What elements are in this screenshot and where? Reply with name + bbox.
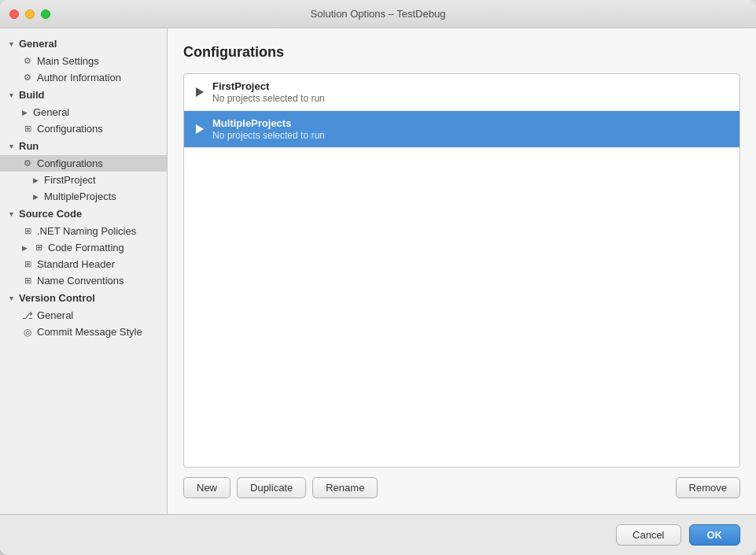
panel-title: Configurations xyxy=(183,44,740,61)
ok-button[interactable]: OK xyxy=(689,524,741,546)
arrow-icon: ▶ xyxy=(33,193,41,201)
sidebar-item-commit-message-style-label: Commit Message Style xyxy=(37,326,142,338)
close-button[interactable] xyxy=(9,9,19,19)
arrow-icon: ▶ xyxy=(22,244,30,252)
config-text-multiple-projects: MultipleProjects No projects selected to… xyxy=(212,117,325,141)
config-item-first-project[interactable]: FirstProject No projects selected to run xyxy=(184,74,739,111)
minimize-button[interactable] xyxy=(25,9,35,19)
new-button[interactable]: New xyxy=(183,477,230,498)
sidebar-item-net-naming-label: .NET Naming Policies xyxy=(37,225,136,237)
play-icon-selected xyxy=(194,123,206,135)
sidebar-item-build-configurations[interactable]: Configurations xyxy=(0,120,167,137)
sidebar-item-vc-general[interactable]: ⎇ General xyxy=(0,307,167,324)
sidebar-item-author-information[interactable]: Author Information xyxy=(0,69,167,86)
chevron-down-icon: ▾ xyxy=(6,294,16,303)
chevron-down-icon: ▾ xyxy=(6,91,16,100)
content-area: ▾ General Main Settings Author Informati… xyxy=(0,28,756,514)
footer: Cancel OK xyxy=(0,514,756,555)
chevron-down-icon: ▾ xyxy=(6,209,16,219)
action-buttons: New Duplicate Rename Remove xyxy=(183,477,740,498)
grid-icon xyxy=(22,226,33,237)
sidebar-item-build-configurations-label: Configurations xyxy=(37,123,103,135)
config-item-multiple-projects[interactable]: MultipleProjects No projects selected to… xyxy=(184,111,739,148)
sidebar-section-version-control-label: Version Control xyxy=(19,292,95,304)
titlebar: Solution Options – TestDebug xyxy=(0,0,756,28)
sidebar-item-first-project-label: FirstProject xyxy=(44,174,96,186)
sidebar-item-code-formatting[interactable]: ▶ Code Formatting xyxy=(0,239,167,256)
sidebar-item-author-information-label: Author Information xyxy=(37,72,121,83)
maximize-button[interactable] xyxy=(41,9,50,19)
sidebar-item-first-project[interactable]: ▶ FirstProject xyxy=(0,172,167,188)
chevron-down-icon: ▾ xyxy=(6,39,16,49)
sidebar-section-source-code[interactable]: ▾ Source Code xyxy=(0,205,167,223)
sidebar-item-standard-header[interactable]: Standard Header xyxy=(0,256,167,272)
sidebar-item-vc-general-label: General xyxy=(37,309,73,321)
window-title: Solution Options – TestDebug xyxy=(311,8,446,20)
branch-icon: ⎇ xyxy=(22,310,33,321)
gear-icon xyxy=(22,72,33,83)
sidebar-item-multiple-projects-label: MultipleProjects xyxy=(44,191,116,202)
sidebar-section-build-label: Build xyxy=(19,89,45,101)
main-window: Solution Options – TestDebug ▾ General M… xyxy=(0,0,756,555)
main-panel: Configurations FirstProject No projects … xyxy=(168,28,756,514)
chevron-down-icon: ▾ xyxy=(6,142,16,151)
sidebar-item-run-configurations-label: Configurations xyxy=(37,157,103,169)
sidebar-item-build-general-label: General xyxy=(33,106,69,118)
commit-icon: ◎ xyxy=(22,327,33,338)
config-sub-multiple-projects: No projects selected to run xyxy=(212,130,325,141)
grid-icon xyxy=(22,124,33,135)
sidebar-section-run[interactable]: ▾ Run xyxy=(0,137,167,155)
sidebar-item-multiple-projects[interactable]: ▶ MultipleProjects xyxy=(0,188,167,205)
gear-icon xyxy=(22,158,33,169)
sidebar-section-build[interactable]: ▾ Build xyxy=(0,86,167,104)
duplicate-button[interactable]: Duplicate xyxy=(237,477,306,498)
config-sub-first-project: No projects selected to run xyxy=(212,93,325,104)
config-text-first-project: FirstProject No projects selected to run xyxy=(212,80,325,104)
sidebar-section-version-control[interactable]: ▾ Version Control xyxy=(0,289,167,307)
sidebar-item-main-settings[interactable]: Main Settings xyxy=(0,53,167,69)
sidebar-item-name-conventions[interactable]: Name Conventions xyxy=(0,272,167,289)
sidebar-section-general-label: General xyxy=(19,38,57,50)
config-name-first-project: FirstProject xyxy=(212,80,325,92)
config-list: FirstProject No projects selected to run… xyxy=(183,73,740,468)
rename-button[interactable]: Rename xyxy=(312,477,378,498)
traffic-lights xyxy=(9,9,50,19)
grid-icon xyxy=(22,259,33,270)
sidebar-item-name-conventions-label: Name Conventions xyxy=(37,275,124,287)
config-name-multiple-projects: MultipleProjects xyxy=(212,117,325,129)
sidebar: ▾ General Main Settings Author Informati… xyxy=(0,28,168,514)
grid-icon xyxy=(22,276,33,287)
play-icon xyxy=(194,86,206,98)
sidebar-item-standard-header-label: Standard Header xyxy=(37,258,115,270)
sidebar-section-general[interactable]: ▾ General xyxy=(0,35,167,53)
grid-icon xyxy=(33,242,44,253)
sidebar-section-run-label: Run xyxy=(19,140,39,152)
sidebar-item-main-settings-label: Main Settings xyxy=(37,55,99,67)
sidebar-item-run-configurations[interactable]: Configurations xyxy=(0,155,167,172)
sidebar-item-commit-message-style[interactable]: ◎ Commit Message Style xyxy=(0,324,167,340)
remove-button[interactable]: Remove xyxy=(676,477,740,498)
sidebar-item-code-formatting-label: Code Formatting xyxy=(48,242,124,253)
sidebar-item-build-general[interactable]: ▶ General xyxy=(0,104,167,120)
cancel-button[interactable]: Cancel xyxy=(616,524,680,546)
gear-icon xyxy=(22,56,33,67)
sidebar-section-source-code-label: Source Code xyxy=(19,208,82,220)
arrow-icon: ▶ xyxy=(33,176,41,184)
sidebar-item-net-naming[interactable]: .NET Naming Policies xyxy=(0,223,167,239)
arrow-icon: ▶ xyxy=(22,109,30,117)
